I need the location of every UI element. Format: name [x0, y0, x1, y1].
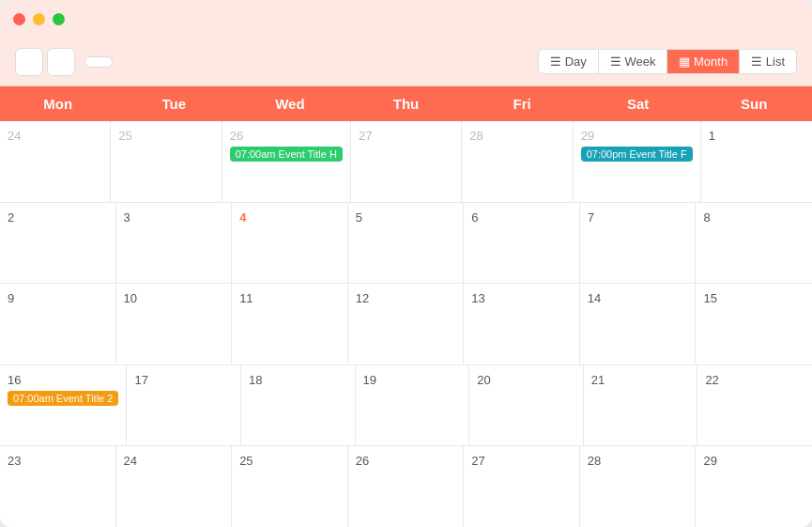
- header-cell-tue: Tue: [116, 86, 233, 121]
- calendar-cell[interactable]: 2607:00am Event Title H: [222, 121, 351, 202]
- minimize-button[interactable]: [33, 13, 45, 25]
- day-number: 19: [363, 373, 462, 387]
- close-button[interactable]: [13, 13, 25, 25]
- day-number: 26: [356, 454, 456, 468]
- calendar-cell[interactable]: 1607:00am Event Title 2: [0, 365, 127, 446]
- day-number: 23: [8, 454, 108, 468]
- day-number: 29: [581, 129, 693, 143]
- calendar-cell[interactable]: 1: [701, 121, 812, 202]
- calendar-header: MonTueWedThuFriSatSun: [0, 86, 812, 121]
- calendar-cell[interactable]: 10: [116, 284, 233, 364]
- calendar-row: 2345678: [0, 203, 812, 285]
- calendar-row: 24252607:00am Event Title H27282907:00pm…: [0, 121, 812, 203]
- calendar-cell[interactable]: 27: [464, 446, 580, 527]
- nav-buttons: [15, 48, 113, 76]
- header-cell-mon: Mon: [0, 86, 116, 121]
- day-number: 10: [124, 291, 224, 305]
- header-cell-sat: Sat: [580, 86, 697, 121]
- maximize-button[interactable]: [53, 13, 65, 25]
- calendar-cell[interactable]: 2907:00pm Event Title F: [574, 121, 701, 202]
- day-number: 6: [471, 210, 572, 225]
- calendar-cell[interactable]: 12: [348, 284, 465, 364]
- calendar-cell[interactable]: 3: [116, 203, 233, 284]
- day-number: 15: [703, 291, 804, 305]
- day-number: 28: [469, 129, 564, 143]
- calendar-cell[interactable]: 28: [580, 446, 697, 527]
- calendar-cell[interactable]: 26: [348, 446, 465, 527]
- view-day-button[interactable]: ☰ Day: [539, 50, 599, 73]
- prev-button[interactable]: [15, 48, 43, 76]
- view-list-button[interactable]: ☰ List: [740, 50, 796, 73]
- calendar-event[interactable]: 07:00am Event Title 2: [8, 391, 118, 406]
- calendar-cell[interactable]: 9: [0, 284, 116, 364]
- day-number: 8: [703, 210, 804, 225]
- calendar-cell[interactable]: 6: [464, 203, 580, 284]
- calendar-cell[interactable]: 17: [127, 365, 241, 446]
- day-number: 26: [230, 129, 343, 143]
- calendar-cell[interactable]: 11: [232, 284, 348, 364]
- next-button[interactable]: [47, 48, 75, 76]
- day-number: 28: [588, 454, 688, 468]
- today-button[interactable]: [84, 56, 113, 68]
- calendar-cell[interactable]: 20: [469, 365, 584, 446]
- day-number: 25: [239, 454, 340, 468]
- calendar-cell[interactable]: 22: [697, 365, 812, 446]
- day-number: 17: [134, 373, 233, 387]
- day-number: 5: [356, 210, 456, 225]
- calendar-event[interactable]: 07:00pm Event Title F: [581, 147, 693, 162]
- day-number: 20: [477, 373, 575, 387]
- view-month-button[interactable]: ▦ Month: [667, 50, 740, 73]
- calendar: MonTueWedThuFriSatSun 24252607:00am Even…: [0, 86, 812, 527]
- day-number: 4: [239, 210, 340, 225]
- view-toggle: ☰ Day ☰ Week ▦ Month ☰ List: [538, 49, 797, 74]
- calendar-cell[interactable]: 7: [580, 203, 697, 284]
- day-number: 1: [709, 129, 804, 143]
- header-cell-fri: Fri: [464, 86, 580, 121]
- calendar-cell[interactable]: 19: [356, 365, 470, 446]
- calendar-row: 1607:00am Event Title 2171819202122: [0, 365, 812, 447]
- calendar-row: 23242526272829: [0, 446, 812, 527]
- calendar-body: 24252607:00am Event Title H27282907:00pm…: [0, 121, 812, 527]
- calendar-cell[interactable]: 27: [351, 121, 462, 202]
- calendar-cell[interactable]: 24: [0, 121, 111, 202]
- calendar-cell[interactable]: 4: [232, 203, 348, 284]
- calendar-cell[interactable]: 23: [0, 446, 116, 527]
- calendar-cell[interactable]: 2: [0, 203, 116, 284]
- header-cell-sun: Sun: [696, 86, 812, 121]
- header-cell-wed: Wed: [232, 86, 348, 121]
- toolbar: ☰ Day ☰ Week ▦ Month ☰ List: [0, 38, 812, 86]
- titlebar: [0, 0, 812, 38]
- app-window: ☰ Day ☰ Week ▦ Month ☰ List MonTueWedThu…: [0, 0, 812, 527]
- day-number: 16: [8, 373, 118, 387]
- calendar-cell[interactable]: 5: [348, 203, 465, 284]
- calendar-cell[interactable]: 18: [241, 365, 356, 446]
- day-number: 18: [249, 373, 347, 387]
- day-number: 3: [124, 210, 224, 225]
- day-number: 7: [588, 210, 688, 225]
- day-number: 11: [239, 291, 340, 305]
- day-number: 13: [471, 291, 572, 305]
- day-number: 22: [705, 373, 804, 387]
- calendar-cell[interactable]: 24: [116, 446, 233, 527]
- day-number: 27: [359, 129, 453, 143]
- day-number: 12: [356, 291, 456, 305]
- day-number: 14: [588, 291, 688, 305]
- day-number: 21: [591, 373, 690, 387]
- calendar-cell[interactable]: 25: [111, 121, 222, 202]
- calendar-cell[interactable]: 28: [462, 121, 573, 202]
- day-number: 27: [471, 454, 572, 468]
- view-week-button[interactable]: ☰ Week: [599, 50, 668, 73]
- calendar-cell[interactable]: 29: [696, 446, 812, 527]
- calendar-cell[interactable]: 8: [696, 203, 812, 284]
- day-number: 2: [8, 210, 108, 225]
- calendar-cell[interactable]: 25: [232, 446, 348, 527]
- calendar-cell[interactable]: 15: [696, 284, 812, 364]
- day-number: 9: [8, 291, 108, 305]
- calendar-cell[interactable]: 13: [464, 284, 580, 364]
- calendar-cell[interactable]: 14: [580, 284, 697, 364]
- calendar-row: 9101112131415: [0, 284, 812, 365]
- header-cell-thu: Thu: [348, 86, 465, 121]
- calendar-event[interactable]: 07:00am Event Title H: [230, 147, 343, 162]
- calendar-cell[interactable]: 21: [584, 365, 698, 446]
- day-number: 25: [118, 129, 213, 143]
